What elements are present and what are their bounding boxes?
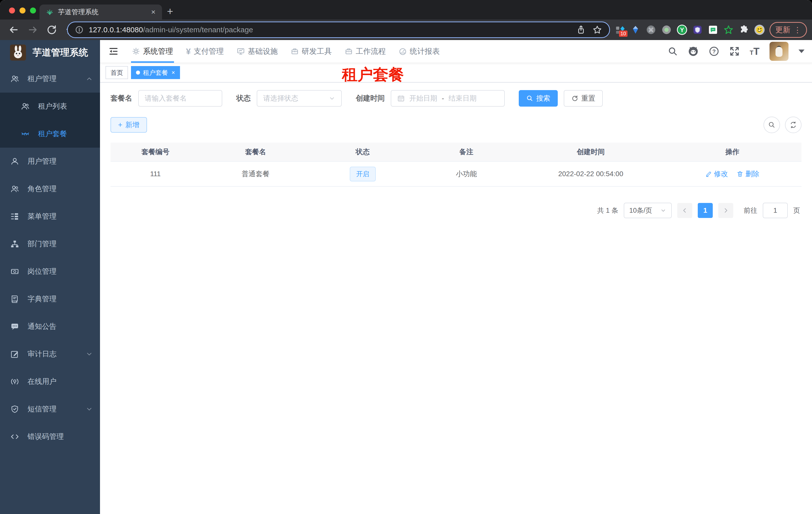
- tab-title: 芋道管理系统: [58, 7, 98, 17]
- sidebar: 芋道管理系统 租户管理 租户列表 租户套餐 用户管理: [0, 40, 100, 514]
- cell-package-name: 普通套餐: [200, 169, 311, 179]
- page-title-annotation: 租户套餐: [342, 64, 404, 85]
- extension-chat-icon[interactable]: [707, 24, 719, 35]
- sidebar-item-tenant-list[interactable]: 租户列表: [0, 92, 100, 120]
- reload-icon[interactable]: [47, 25, 57, 35]
- tag-tenant-package[interactable]: 租户套餐 ×: [131, 66, 180, 79]
- topnav-infra[interactable]: 基础设施: [230, 40, 284, 63]
- fullscreen-icon[interactable]: [729, 46, 740, 57]
- github-icon[interactable]: [688, 46, 699, 57]
- edit-link[interactable]: 修改: [705, 169, 728, 179]
- sidebar-item-dept-management[interactable]: 部门管理: [0, 230, 100, 258]
- gear-icon: [132, 47, 140, 55]
- url-bar[interactable]: 127.0.0.1:48080 /admin-ui/system/tenant/…: [67, 22, 610, 38]
- select-chevron-down-icon: [660, 208, 666, 213]
- tag-home[interactable]: 首页: [106, 66, 128, 79]
- delete-link[interactable]: 删除: [737, 169, 759, 179]
- dashboard-icon: [399, 47, 407, 55]
- date-range-picker[interactable]: 开始日期 - 结束日期: [391, 90, 505, 107]
- tags-view: 首页 租户套餐 ×: [100, 63, 812, 83]
- browser-menu-icon[interactable]: ⋮: [794, 26, 801, 34]
- post-badge-icon: [10, 267, 19, 276]
- extension-shield-icon[interactable]: [692, 24, 703, 35]
- help-icon[interactable]: ?: [709, 46, 719, 57]
- prev-page-button[interactable]: [677, 203, 692, 218]
- sidebar-item-dict-management[interactable]: 字典管理: [0, 285, 100, 313]
- tree-table-icon: [10, 212, 19, 221]
- profile-avatar-icon[interactable]: [754, 24, 765, 35]
- add-button[interactable]: + 新增: [111, 117, 147, 133]
- calendar-icon: [397, 94, 405, 102]
- org-tree-icon: [10, 240, 19, 248]
- site-info-icon[interactable]: [75, 25, 84, 34]
- package-name-input[interactable]: 请输入套餐名: [138, 90, 222, 107]
- sidebar-item-error-code[interactable]: 错误码管理: [0, 423, 100, 451]
- status-label: 状态: [236, 93, 251, 103]
- extension-star-icon[interactable]: [723, 24, 734, 35]
- page-size-select[interactable]: 10条/页: [624, 203, 672, 218]
- monitor-icon: [237, 47, 245, 55]
- package-name-label: 套餐名: [111, 93, 132, 103]
- peoples-icon: [21, 102, 29, 111]
- window-minimize-button[interactable]: [20, 7, 26, 13]
- bookmark-star-icon[interactable]: [592, 25, 602, 35]
- topnav-payment[interactable]: ¥ 支付管理: [179, 40, 230, 63]
- back-icon[interactable]: [8, 25, 19, 35]
- current-page-button[interactable]: 1: [698, 203, 713, 218]
- toggle-search-icon[interactable]: [763, 117, 780, 133]
- sidebar-collapse-icon[interactable]: [109, 46, 118, 56]
- search-button[interactable]: 搜索: [519, 90, 558, 107]
- site-favicon-icon: [46, 8, 54, 16]
- chevron-up-icon: [86, 76, 92, 82]
- sidebar-item-online-users[interactable]: 在线用户: [0, 368, 100, 396]
- tenant-package-icon: [21, 130, 29, 138]
- sidebar-item-tenant-management[interactable]: 租户管理: [0, 65, 100, 92]
- header-search-icon[interactable]: [668, 46, 678, 56]
- refresh-table-icon[interactable]: [785, 117, 802, 133]
- goto-page-input[interactable]: [763, 203, 788, 218]
- topnav-devtools[interactable]: 研发工具: [284, 40, 338, 63]
- edit-log-icon: [10, 350, 19, 358]
- app-navbar: 系统管理 ¥ 支付管理 基础设施 研发工具 工作流程: [100, 40, 812, 63]
- extension-record-icon[interactable]: [661, 24, 672, 35]
- extension-command-icon[interactable]: ⌘: [645, 24, 657, 35]
- new-tab-button[interactable]: +: [167, 5, 173, 18]
- topnav-system[interactable]: 系统管理: [125, 40, 179, 63]
- status-select[interactable]: 请选择状态: [257, 90, 342, 107]
- sidebar-item-post-management[interactable]: 岗位管理: [0, 258, 100, 285]
- goto-label: 前往: [744, 206, 757, 215]
- sidebar-item-sms-management[interactable]: 短信管理: [0, 396, 100, 423]
- pagination-total: 共 1 条: [597, 206, 618, 215]
- extensions-puzzle-icon[interactable]: [738, 24, 750, 35]
- share-icon[interactable]: [576, 25, 586, 34]
- browser-tab[interactable]: 芋道管理系统 ×: [39, 4, 162, 20]
- chrome-update-button[interactable]: 更新 ⋮: [770, 22, 807, 38]
- workflow-icon: [345, 47, 353, 55]
- sidebar-item-menu-management[interactable]: 菜单管理: [0, 203, 100, 230]
- sidebar-item-tenant-package[interactable]: 租户套餐: [0, 120, 100, 147]
- topnav-workflow[interactable]: 工作流程: [338, 40, 392, 63]
- goto-unit: 页: [793, 206, 800, 215]
- sidebar-item-notice[interactable]: 通知公告: [0, 313, 100, 340]
- extension-tabs-icon[interactable]: 10: [614, 24, 626, 35]
- extension-y-icon[interactable]: Y: [676, 24, 688, 35]
- font-size-icon[interactable]: TT: [750, 46, 759, 57]
- window-zoom-button[interactable]: [30, 7, 36, 13]
- sidebar-item-role-management[interactable]: 角色管理: [0, 175, 100, 203]
- extension-kite-icon[interactable]: [630, 24, 641, 35]
- forward-icon[interactable]: [28, 25, 38, 35]
- active-tag-dot: [136, 71, 140, 75]
- next-page-button[interactable]: [718, 203, 733, 218]
- sidebar-item-audit-log[interactable]: 审计日志: [0, 340, 100, 368]
- avatar-caret-icon[interactable]: [799, 50, 805, 53]
- window-close-button[interactable]: [9, 7, 15, 13]
- status-badge: 开启: [350, 167, 376, 182]
- reset-button[interactable]: 重置: [564, 90, 603, 107]
- user-avatar[interactable]: [770, 42, 788, 61]
- tab-close-icon[interactable]: ×: [151, 8, 155, 16]
- refresh-icon: [571, 95, 578, 102]
- shield-check-icon: [10, 405, 19, 413]
- topnav-report[interactable]: 统计报表: [392, 40, 446, 63]
- tag-close-icon[interactable]: ×: [172, 69, 175, 76]
- sidebar-item-user-management[interactable]: 用户管理: [0, 147, 100, 175]
